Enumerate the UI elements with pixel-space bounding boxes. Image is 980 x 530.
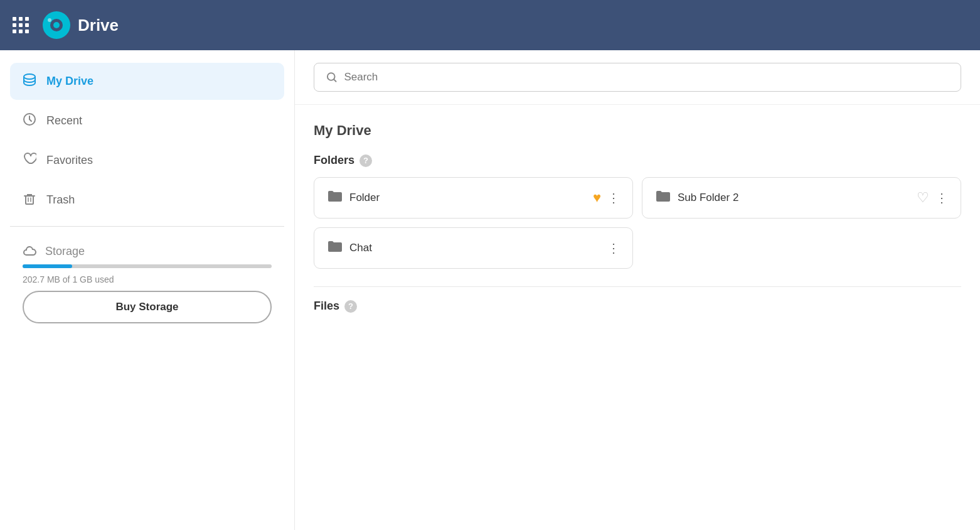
folder-actions: ♥ ⋮ (593, 190, 620, 206)
storage-bar-fill (23, 264, 72, 268)
clock-icon (23, 112, 36, 129)
sidebar: My Drive Recent Favorites (0, 50, 295, 530)
more-options-icon[interactable]: ⋮ (935, 190, 948, 205)
main-content: My Drive Folders ? Folder (295, 50, 980, 530)
buy-storage-button[interactable]: Buy Storage (23, 291, 272, 323)
sidebar-item-my-drive[interactable]: My Drive (10, 63, 284, 100)
folder-left: Chat (327, 239, 372, 257)
folder-actions: ♡ ⋮ (917, 190, 948, 206)
svg-point-2 (53, 22, 60, 28)
folders-grid: Folder ♥ ⋮ Sub Fold (314, 177, 961, 269)
sidebar-item-label: Favorites (46, 154, 93, 167)
app-header: Drive (0, 0, 980, 50)
trash-icon (23, 192, 36, 208)
app-title: Drive (78, 16, 119, 35)
folder-name: Chat (349, 242, 372, 254)
folder-card-subfolder2[interactable]: Sub Folder 2 ♡ ⋮ (642, 177, 961, 219)
svg-point-3 (48, 18, 51, 22)
sidebar-item-favorites[interactable]: Favorites (10, 142, 284, 179)
favorite-icon-empty[interactable]: ♡ (917, 190, 929, 206)
folder-card-folder[interactable]: Folder ♥ ⋮ (314, 177, 633, 219)
files-divider (314, 286, 961, 287)
sidebar-divider (10, 226, 284, 227)
search-bar[interactable] (314, 63, 961, 92)
drive-logo-icon (41, 10, 72, 40)
apps-grid-icon[interactable] (13, 17, 29, 33)
folder-actions: ⋮ (607, 241, 620, 256)
storage-label: Storage (45, 245, 85, 258)
storage-used-text: 202.7 MB of 1 GB used (23, 274, 272, 284)
app-logo: Drive (41, 10, 119, 40)
folder-left: Folder (327, 189, 380, 207)
more-options-icon[interactable]: ⋮ (607, 241, 620, 256)
files-section-label: Files ? (314, 300, 961, 313)
folders-help-icon[interactable]: ? (360, 154, 372, 167)
sidebar-item-label: Trash (46, 193, 75, 207)
search-bar-container (295, 50, 980, 105)
folders-section-label: Folders ? (314, 154, 961, 167)
search-icon (326, 71, 338, 84)
sidebar-item-label: My Drive (46, 75, 93, 88)
sidebar-item-recent[interactable]: Recent (10, 102, 284, 139)
page-title: My Drive (314, 122, 961, 139)
folder-left: Sub Folder 2 (655, 189, 738, 207)
more-options-icon[interactable]: ⋮ (607, 190, 620, 205)
heart-icon (23, 152, 36, 169)
sidebar-item-trash[interactable]: Trash (10, 181, 284, 219)
svg-point-4 (24, 74, 35, 79)
search-input[interactable] (344, 71, 949, 84)
sidebar-item-label: Recent (46, 114, 82, 127)
folder-name: Sub Folder 2 (678, 192, 738, 204)
database-icon (23, 73, 36, 90)
storage-header: Storage (23, 244, 272, 258)
folder-name: Folder (349, 192, 380, 204)
folder-icon (327, 239, 342, 257)
folder-icon (655, 189, 670, 207)
main-layout: My Drive Recent Favorites (0, 50, 980, 530)
content-body: My Drive Folders ? Folder (295, 105, 980, 340)
storage-section: Storage 202.7 MB of 1 GB used Buy Storag… (10, 234, 284, 333)
files-help-icon[interactable]: ? (344, 300, 357, 313)
folder-card-chat[interactable]: Chat ⋮ (314, 227, 633, 269)
svg-rect-6 (26, 196, 33, 204)
cloud-icon (23, 244, 36, 258)
storage-bar-background (23, 264, 272, 268)
favorite-icon-filled[interactable]: ♥ (593, 190, 601, 206)
folder-icon (327, 189, 342, 207)
